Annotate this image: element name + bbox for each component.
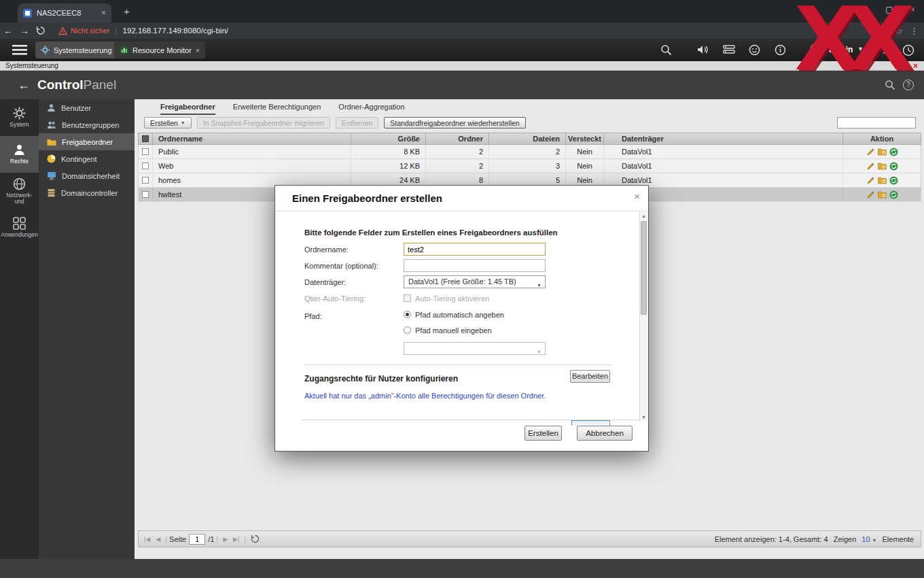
cell-actions (843, 159, 921, 173)
items-label: Elemente (883, 535, 914, 543)
row-checkbox[interactable] (139, 145, 153, 158)
comment-input[interactable] (404, 259, 546, 272)
column-header-folders[interactable]: Ordner (426, 133, 489, 144)
path-manual-radio[interactable] (404, 326, 411, 334)
snapshot-icon[interactable] (889, 148, 898, 156)
back-icon[interactable]: ← (0, 25, 16, 36)
search-icon[interactable] (660, 44, 672, 56)
table-row[interactable]: Public 8 KB 2 2 Nein DataVol1 (138, 145, 921, 159)
table-row[interactable]: Web 12 KB 2 3 Nein DataVol1 (138, 159, 921, 173)
smiley-icon[interactable] (749, 44, 760, 56)
forward-icon[interactable]: → (16, 25, 33, 36)
column-header-hidden[interactable]: Versteckt (566, 133, 604, 144)
subnav-label: Freigabeordner (62, 138, 113, 146)
new-tab-button[interactable]: + (124, 5, 130, 17)
rail-item-netzwerk[interactable]: Netzwerk- und (0, 173, 39, 209)
edit-access-button[interactable]: Bearbeiten (570, 370, 610, 383)
pagination-summary: Element anzeigen: 1-4, Gesamt: 4 Zeigen … (715, 535, 921, 543)
subnav-item-benutzer[interactable]: Benutzer (39, 99, 135, 116)
rail-item-rechte[interactable]: Rechte (0, 136, 39, 173)
back-arrow-icon[interactable]: ← (18, 78, 30, 92)
subnav-label: Kontingent (61, 155, 97, 163)
info-icon[interactable] (775, 44, 786, 56)
control-panel-header: ← ControlPanel ? (0, 71, 924, 99)
page-number-input[interactable] (189, 534, 205, 545)
edit-properties-icon[interactable] (866, 162, 875, 171)
dialog-scrollbar[interactable]: ▲ ▼ (639, 212, 647, 421)
edit-permissions-icon[interactable] (878, 190, 887, 199)
main-menu-icon[interactable] (12, 45, 27, 55)
app-tab-label: Systemsteuerung (54, 46, 112, 54)
rail-item-system[interactable]: System (0, 99, 39, 136)
subnav-item-domainsicherheit[interactable]: Domainsicherheit (39, 167, 135, 184)
edit-properties-icon[interactable] (866, 148, 875, 156)
subnav-label: Domainsicherheit (62, 172, 120, 180)
subnav-item-benutzergruppen[interactable]: Benutzergruppen (39, 116, 135, 133)
create-caret-icon: ▼ (181, 120, 185, 125)
app-tab-close-icon[interactable]: × (196, 46, 200, 54)
subnav-item-domaincontroller[interactable]: Domaincontroller (39, 184, 135, 201)
browser-tab[interactable]: NAS2CEEC8 × (18, 3, 111, 22)
app-tab-systemsteuerung[interactable]: Systemsteuerung × (35, 41, 126, 58)
table-search-input[interactable] (838, 119, 924, 126)
subnav-label: Benutzergruppen (62, 121, 119, 129)
scroll-down-icon[interactable]: ▼ (640, 415, 647, 420)
subnav-item-kontingent[interactable]: Kontingent (39, 150, 135, 167)
prev-page-icon: ◀ (153, 536, 163, 543)
volume-icon[interactable] (697, 44, 709, 55)
url-text[interactable]: 192.168.177.149:8080/cgi-bin/ (123, 27, 228, 35)
edit-permissions-icon[interactable] (878, 162, 887, 170)
create-button[interactable]: Erstellen▼ (144, 117, 192, 129)
edit-properties-icon[interactable] (866, 176, 875, 185)
column-header-action[interactable]: Aktion (843, 133, 921, 144)
qtier-label: Qtier-Auto-Tiering: (304, 294, 366, 303)
browser-tab-title: NAS2CEEC8 (37, 9, 96, 17)
table-header-row: Ordnername Größe Ordner Dateien Versteck… (138, 133, 921, 145)
column-header-name[interactable]: Ordnername (153, 133, 351, 144)
volume-select[interactable]: DataVol1 (Freie Größe: 1.45 TB)▼ (404, 275, 546, 288)
snapshot-icon[interactable] (889, 190, 898, 199)
volume-label: Datenträger: (304, 278, 346, 286)
tab-freigabeordner[interactable]: Freigabeordner (160, 103, 215, 115)
section-divider (304, 364, 612, 365)
column-header-volume[interactable]: Datenträger (604, 133, 843, 144)
snapshot-icon[interactable] (889, 176, 898, 185)
subnav-item-freigabeordner[interactable]: Freigabeordner (39, 133, 135, 150)
row-checkbox[interactable] (139, 188, 153, 201)
user-group-icon (47, 120, 56, 129)
row-checkbox[interactable] (139, 173, 153, 187)
address-separator: | (115, 26, 117, 35)
edit-permissions-icon[interactable] (878, 176, 887, 184)
column-header-size[interactable]: Größe (351, 133, 426, 144)
cell-size: 12 KB (351, 159, 426, 173)
column-header-files[interactable]: Dateien (489, 133, 566, 144)
last-page-icon: ▶| (230, 536, 242, 543)
path-auto-radio[interactable] (404, 311, 411, 318)
folder-name-input[interactable] (404, 243, 546, 256)
tab-ordner-aggregation[interactable]: Ordner-Aggregation (338, 103, 404, 115)
edit-properties-icon[interactable] (866, 190, 875, 199)
qtier-option-label: Auto-Tiering aktivieren (415, 294, 490, 303)
dialog-close-icon[interactable]: × (634, 191, 640, 201)
toolbar: Erstellen▼ In Snapshot-Freigabeordner mi… (144, 117, 526, 129)
select-all-checkbox[interactable] (139, 133, 153, 144)
tab-erweiterte-berechtigungen[interactable]: Erweiterte Berechtigungen (233, 103, 321, 115)
devices-icon[interactable] (723, 44, 735, 55)
page-size-select[interactable]: 10 ▼ (861, 535, 876, 543)
row-checkbox[interactable] (139, 159, 153, 173)
scroll-up-icon[interactable]: ▲ (640, 214, 647, 218)
refresh-icon[interactable] (251, 534, 260, 543)
favicon (23, 9, 32, 18)
reload-icon[interactable] (33, 26, 49, 35)
rail-item-anwendungen[interactable]: Anwendungen (0, 209, 39, 246)
scrollbar-thumb[interactable] (641, 221, 647, 315)
dialog-create-button[interactable]: Erstellen (525, 426, 562, 441)
tab-close-icon[interactable]: × (101, 9, 106, 17)
restore-default-button[interactable]: Standardfreigabeordner wiederherstellen (384, 117, 525, 129)
select-caret-icon: ▼ (537, 346, 541, 355)
dialog-cancel-button[interactable]: Abbrechen (577, 426, 633, 441)
snapshot-icon[interactable] (889, 162, 898, 171)
app-tab-resource-monitor[interactable]: Resource Monitor × (114, 41, 205, 58)
edit-permissions-icon[interactable] (878, 148, 887, 156)
security-warning-label[interactable]: Nicht sicher (71, 27, 109, 35)
